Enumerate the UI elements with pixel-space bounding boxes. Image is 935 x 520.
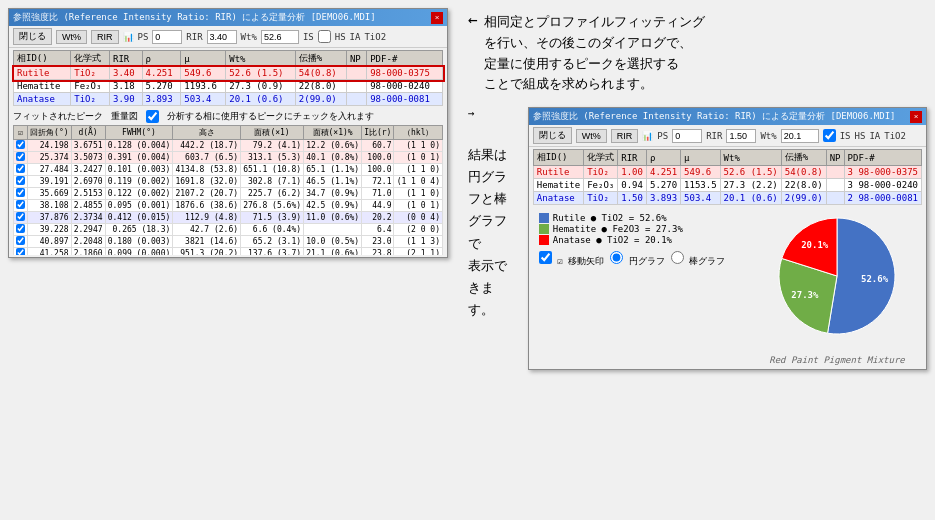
peak-d: 2.1860 xyxy=(71,248,105,256)
peak-hkl: (1 1 0) xyxy=(394,140,443,152)
bottom-left-text: 結果は円グラフと棒グラフで表示できます。 xyxy=(468,124,518,321)
weight-label: 重量図 xyxy=(111,110,138,123)
left-dialog-close-button[interactable]: × xyxy=(431,12,443,24)
peak-d: 3.5073 xyxy=(71,152,105,164)
peak-area1: 71.5 (3.9) xyxy=(241,212,304,224)
left-close-btn[interactable]: 閉じる xyxy=(13,28,52,45)
ps-input[interactable] xyxy=(152,30,182,44)
wt-input[interactable] xyxy=(261,30,299,44)
peak-ir: 23.8 xyxy=(362,248,394,256)
r-cell-pdf: 3 98-000-0375 xyxy=(844,166,921,179)
peak-col-d: d(Å) xyxy=(71,126,105,140)
peak-check[interactable] xyxy=(14,152,28,164)
peak-fwhm: 0.391 (0.004) xyxy=(105,152,173,164)
checkbox-label[interactable]: ☑ 移動矢印 xyxy=(539,251,604,268)
r-cell-wt: 20.1 (0.6) xyxy=(720,192,781,205)
r-cell-wt: 27.3 (2.2) xyxy=(720,179,781,192)
col-pdf: PDF-# xyxy=(367,51,443,67)
left-dialog-titlebar: 参照強度比 (Reference Intensity Ratio: RIR) に… xyxy=(9,9,447,26)
peak-check[interactable] xyxy=(14,200,28,212)
list-item[interactable]: 39.228 2.2947 0.265 (18.3) 42.7 (2.6) 6.… xyxy=(14,224,443,236)
left-peaks-header: フィットされたピーク 重量図 分析する相に使用するピークにチェックを入れます xyxy=(13,110,443,123)
list-item[interactable]: 39.191 2.6970 0.119 (0.002) 1691.8 (32.0… xyxy=(14,176,443,188)
list-item[interactable]: 27.484 3.2427 0.101 (0.003) 4134.8 (53.8… xyxy=(14,164,443,176)
peak-area1: 79.2 (4.1) xyxy=(241,140,304,152)
right-dialog-close-button[interactable]: × xyxy=(910,111,922,123)
peak-check[interactable] xyxy=(14,140,28,152)
peak-angle: 37.876 xyxy=(28,212,72,224)
cell-formula: TiO₂ xyxy=(71,67,110,80)
peak-angle: 24.198 xyxy=(28,140,72,152)
list-item[interactable]: 24.198 3.6751 0.128 (0.004) 442.2 (18.7)… xyxy=(14,140,443,152)
right-phase-table: 相ID() 化学式 RIR ρ μ Wt% 伝播% NP PDF-# Rut xyxy=(533,149,922,205)
move-arrow-checkbox[interactable] xyxy=(539,251,552,264)
peak-check[interactable] xyxy=(14,176,28,188)
peak-area1: 65.2 (3.1) xyxy=(241,236,304,248)
cell-mu: 1193.6 xyxy=(181,80,226,93)
peak-area2: 42.5 (0.9%) xyxy=(304,200,362,212)
left-rir-btn[interactable]: RIR xyxy=(91,30,119,44)
peak-check[interactable] xyxy=(14,248,28,256)
peak-area2: 65.1 (1.1%) xyxy=(304,164,362,176)
r-col-pdf: PDF-# xyxy=(844,150,921,166)
table-row[interactable]: Hematite Fe₂O₃ 3.18 5.270 1193.6 27.3 (0… xyxy=(14,80,443,93)
right-wt-btn[interactable]: Wt% xyxy=(576,129,607,143)
table-row[interactable]: Anatase TiO₂ 3.90 3.893 503.4 20.1 (0.6)… xyxy=(14,93,443,106)
peak-check[interactable] xyxy=(14,164,28,176)
peak-check[interactable] xyxy=(14,236,28,248)
peak-check[interactable] xyxy=(14,212,28,224)
table-row[interactable]: Anatase TiO₂ 1.50 3.893 503.4 20.1 (0.6)… xyxy=(533,192,921,205)
peak-fwhm: 0.119 (0.002) xyxy=(105,176,173,188)
pie-label-2: 20.1% xyxy=(801,240,829,250)
list-item[interactable]: 25.374 3.5073 0.391 (0.004) 603.7 (6.5) … xyxy=(14,152,443,164)
cell-rho: 4.251 xyxy=(142,67,181,80)
table-row[interactable]: Rutile TiO₂ 3.40 4.251 549.6 52.6 (1.5) … xyxy=(14,67,443,80)
list-item[interactable]: 41.258 2.1860 0.099 (0.000) 951.3 (20.2)… xyxy=(14,248,443,256)
legend-area: Rutile ● TiO2 = 52.6% Hematite ● Fe2O3 =… xyxy=(533,211,725,247)
bar-radio-label[interactable]: 棒グラフ xyxy=(671,251,725,268)
r-cell-mu: 503.4 xyxy=(681,192,721,205)
peak-check[interactable] xyxy=(14,188,28,200)
r-cell-pdf: 3 98-000-0240 xyxy=(844,179,921,192)
table-row[interactable]: Hematite Fe₂O₃ 0.94 5.270 1153.5 27.3 (2… xyxy=(533,179,921,192)
peak-area2: 11.0 (0.6%) xyxy=(304,212,362,224)
rir-input[interactable] xyxy=(207,30,237,44)
peak-d: 2.3734 xyxy=(71,212,105,224)
r-cell-rho: 4.251 xyxy=(646,166,680,179)
peak-h: 2107.2 (20.7) xyxy=(173,188,241,200)
peak-area1: 276.8 (5.6%) xyxy=(241,200,304,212)
list-item[interactable]: 40.897 2.2048 0.180 (0.003) 3821 (14.6) … xyxy=(14,236,443,248)
right-dialog-title: 参照強度比 (Reference Intensity Ratio: RIR) に… xyxy=(533,110,896,123)
r-cell-rho: 5.270 xyxy=(646,179,680,192)
pie-label-1: 27.3% xyxy=(791,290,819,300)
peak-fwhm: 0.095 (0.001) xyxy=(105,200,173,212)
cell-formula: TiO₂ xyxy=(71,93,110,106)
pie-radio[interactable] xyxy=(610,251,623,264)
right-hs-label: HS xyxy=(855,131,866,141)
right-rir-btn[interactable]: RIR xyxy=(611,129,639,143)
list-item[interactable]: 35.669 2.5153 0.122 (0.002) 2107.2 (20.7… xyxy=(14,188,443,200)
right-tio2-label: TiO2 xyxy=(884,131,906,141)
table-row[interactable]: Rutile TiO₂ 1.00 4.251 549.6 52.6 (1.5) … xyxy=(533,166,921,179)
peak-check[interactable] xyxy=(14,224,28,236)
right-ps-input[interactable] xyxy=(672,129,702,143)
left-wt-btn[interactable]: Wt% xyxy=(56,30,87,44)
peak-angle: 39.228 xyxy=(28,224,72,236)
right-close-btn[interactable]: 閉じる xyxy=(533,127,572,144)
right-wt-input[interactable] xyxy=(781,129,819,143)
left-panel: 参照強度比 (Reference Intensity Ratio: RIR) に… xyxy=(0,0,460,520)
right-rir-input[interactable] xyxy=(726,129,756,143)
peak-fwhm: 0.122 (0.002) xyxy=(105,188,173,200)
peak-fwhm: 0.180 (0.003) xyxy=(105,236,173,248)
bar-radio[interactable] xyxy=(671,251,684,264)
chart-area: Rutile ● TiO2 = 52.6% Hematite ● Fe2O3 =… xyxy=(529,207,926,369)
list-item[interactable]: 37.876 2.3734 0.412 (0.015) 112.9 (4.8) … xyxy=(14,212,443,224)
list-item[interactable]: 38.108 2.4855 0.095 (0.001) 1876.6 (38.6… xyxy=(14,200,443,212)
weight-checkbox[interactable] xyxy=(146,110,159,123)
right-is-checkbox[interactable] xyxy=(823,129,836,142)
pie-radio-label[interactable]: 円グラフ xyxy=(610,251,664,268)
peak-fwhm: 0.128 (0.004) xyxy=(105,140,173,152)
is-checkbox[interactable] xyxy=(318,30,331,43)
bottom-left-annotation: → 結果は円グラフと棒グラフで表示できます。 xyxy=(468,107,518,321)
left-peaks-scroll[interactable]: ☑ 回折角(°) d(Å) FWHM(°) 高さ 面積(×1) 面積(×1)% … xyxy=(13,125,443,255)
